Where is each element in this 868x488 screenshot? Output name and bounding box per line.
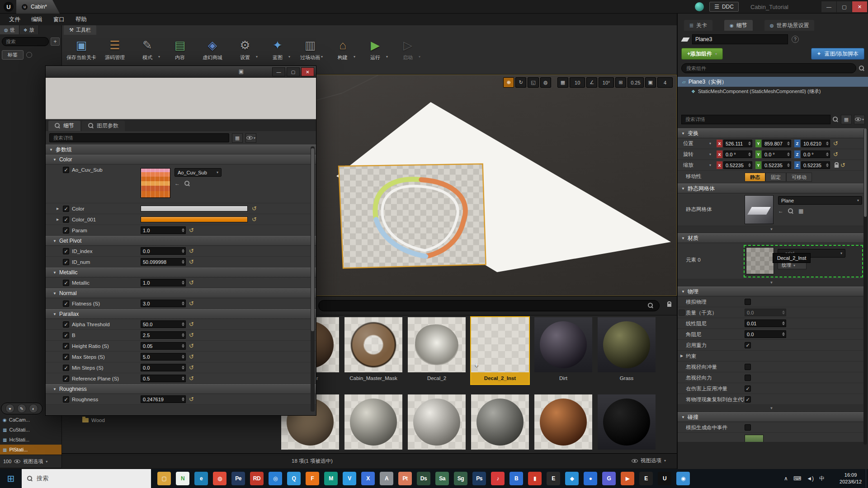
maximize-button[interactable]: ▢	[836, 1, 852, 12]
asset-tile[interactable]	[534, 394, 592, 453]
folder-tree-item[interactable]: Wood	[82, 418, 105, 423]
grid-snap-toggle[interactable]: ▦	[557, 77, 568, 88]
asset-tile[interactable]: + Cabin_Master_Mask	[344, 317, 402, 384]
taskbar-icon[interactable]: ▢	[157, 472, 171, 485]
parameter-checkbox[interactable]	[63, 365, 69, 371]
mobility-option[interactable]: 静态	[745, 173, 765, 182]
color-swatch-bar[interactable]	[141, 216, 248, 222]
taskbar-icon[interactable]: ◆	[565, 472, 579, 485]
reset-icon[interactable]: ↺	[189, 227, 194, 233]
actor-name-field[interactable]	[692, 34, 788, 44]
parameter-checkbox[interactable]	[63, 321, 69, 328]
grid-view-button[interactable]: ▦	[841, 115, 852, 124]
menu-item[interactable]: 编辑	[26, 14, 48, 25]
spinner-icon[interactable]	[181, 333, 184, 337]
taskbar-icon[interactable]: ●	[584, 472, 597, 485]
editor-scrollbar[interactable]	[311, 146, 315, 412]
taskbar-icon[interactable]: ◉	[676, 472, 690, 485]
reset-icon[interactable]: ↺	[189, 259, 194, 265]
outliner-item[interactable]: ▦ PlStati...	[0, 445, 61, 455]
collapse-arrow-icon[interactable]: ▼	[53, 387, 57, 391]
transform-section-header[interactable]: ▼ 变换	[678, 128, 865, 138]
parameter-checkbox[interactable]	[63, 332, 69, 338]
parameter-checkbox[interactable]	[63, 354, 69, 360]
taskbar-icon[interactable]: ♪	[491, 472, 505, 485]
toolbar-button[interactable]: ▶ 运行 ▾	[361, 36, 389, 73]
help-icon[interactable]: ?	[792, 36, 799, 43]
parameter-checkbox[interactable]	[63, 248, 69, 254]
visibility-filter-button[interactable]: ▾	[245, 133, 256, 143]
minimize-button[interactable]: —	[272, 67, 285, 76]
editor-tab[interactable]: 细节	[48, 121, 80, 131]
property-number-field[interactable]: 0.01	[745, 319, 786, 327]
close-button[interactable]: ✕	[852, 1, 867, 12]
reset-icon[interactable]: ↺	[833, 151, 838, 157]
taskbar-icon[interactable]: Pe	[231, 472, 245, 485]
details-scrollbar[interactable]	[863, 128, 867, 445]
tray-icon[interactable]: 中	[819, 475, 825, 483]
material-thumbnail[interactable]	[746, 247, 774, 274]
z-value-field[interactable]: 0.52235	[801, 161, 830, 169]
editor-tab[interactable]: 图层参数	[82, 121, 125, 131]
menu-item[interactable]: 窗口	[48, 14, 70, 25]
mobility-option[interactable]: 可移动	[786, 173, 812, 182]
parameter-checkbox[interactable]	[63, 396, 69, 403]
taskbar-icon[interactable]: Q	[287, 472, 301, 485]
taskbar-icon[interactable]: V	[343, 472, 356, 485]
details-search-input[interactable]	[681, 115, 830, 124]
spinner-icon[interactable]	[181, 344, 184, 348]
expand-arrow-icon[interactable]: ▶	[680, 354, 683, 358]
spinner-icon[interactable]	[826, 141, 829, 145]
scrollbar-thumb[interactable]	[864, 128, 867, 217]
static-mesh-section-header[interactable]: ▼ 静态网格体	[678, 183, 865, 193]
chevron-down-icon[interactable]: ▾	[709, 141, 716, 145]
reset-icon[interactable]: ↺	[189, 343, 194, 349]
add-component-button[interactable]: +添加组件 ▾	[681, 48, 723, 60]
static-mesh-combo[interactable]: Plane ▾	[778, 196, 862, 205]
visibility-filter-button[interactable]: ▾	[854, 115, 865, 124]
taskbar-icon[interactable]: F	[306, 472, 319, 485]
y-value-field[interactable]: 0.0 °	[762, 150, 791, 158]
add-button[interactable]: +	[51, 38, 60, 46]
expand-arrow-icon[interactable]: ▶	[57, 207, 59, 211]
reset-icon[interactable]: ↺	[189, 354, 194, 360]
component-search-input[interactable]	[681, 63, 856, 73]
parameter-checkbox[interactable]	[63, 280, 69, 286]
left-panel-tab[interactable]: ◍ 世	[0, 25, 19, 34]
collapse-arrow-icon[interactable]: ▼	[53, 291, 57, 296]
spinner-icon[interactable]	[787, 163, 790, 167]
spinner-icon[interactable]	[748, 163, 751, 167]
toolbar-tab[interactable]: ⚒ 工具栏	[64, 25, 96, 35]
left-panel-tab[interactable]: ❖ 放	[19, 25, 39, 34]
parameter-value-field[interactable]: 0.247619	[141, 395, 186, 403]
spinner-icon[interactable]	[787, 152, 790, 156]
collapse-arrow-icon[interactable]: ▼	[49, 148, 53, 152]
property-checkbox[interactable]	[745, 385, 751, 392]
spinner-icon[interactable]	[826, 163, 829, 167]
taskbar-icon[interactable]: E	[547, 472, 560, 485]
scrollbar-thumb[interactable]	[311, 148, 314, 331]
property-number-field[interactable]: 0.0	[745, 330, 786, 338]
asset-tile[interactable]	[408, 394, 466, 453]
parameter-value-field[interactable]: 50.099998	[141, 258, 186, 266]
parameter-checkbox[interactable]	[63, 227, 69, 234]
property-checkbox[interactable]	[745, 424, 751, 431]
lock-icon[interactable]	[667, 304, 671, 307]
expand-arrow-icon[interactable]: ▶	[57, 218, 59, 221]
taskbar-icon[interactable]: ◍	[213, 472, 226, 485]
collapse-arrow-icon[interactable]: ▼	[53, 271, 57, 275]
camera-speed-value[interactable]: 4	[657, 77, 673, 88]
level-document-tab[interactable]: u Cabin*	[16, 0, 60, 14]
spinner-icon[interactable]	[181, 376, 184, 380]
parameter-checkbox[interactable]	[63, 375, 69, 382]
taskbar-icon[interactable]: Pt	[398, 472, 412, 485]
reset-icon[interactable]: ↺	[189, 300, 194, 306]
asset-tile[interactable]	[598, 394, 656, 453]
spinner-icon[interactable]	[748, 152, 751, 156]
parameter-value-field[interactable]: 1.0	[141, 279, 186, 286]
spinner-icon[interactable]	[181, 366, 184, 370]
scale-tool-button[interactable]: ◱	[528, 77, 538, 88]
component-tree-item[interactable]: ❖ StaticMeshComponent (StaticMeshCompone…	[678, 87, 868, 96]
show-desktop-button[interactable]	[866, 469, 868, 488]
parameter-value-field[interactable]: 1.0	[141, 226, 186, 234]
